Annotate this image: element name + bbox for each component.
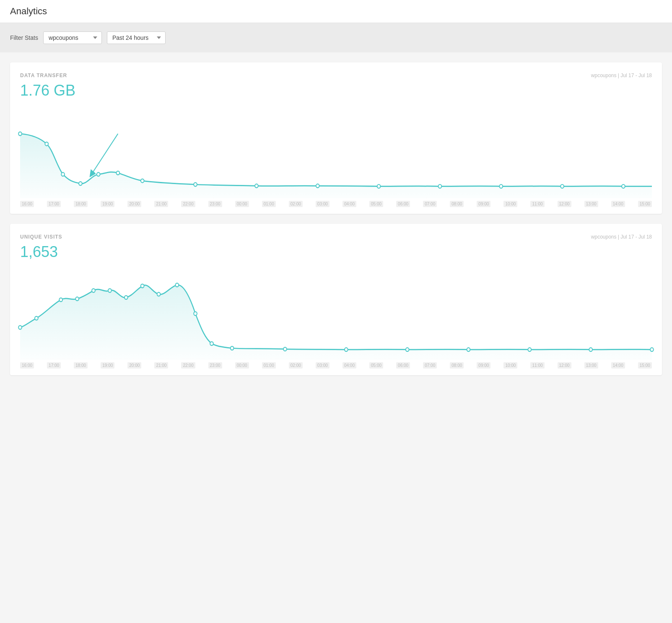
tick: 19:00 <box>101 201 114 207</box>
svg-point-23 <box>141 284 144 288</box>
site-filter-select[interactable]: wpcoupons <box>43 31 102 44</box>
tick: 20:00 <box>127 362 141 369</box>
tick: 21:00 <box>154 201 168 207</box>
svg-point-24 <box>157 292 161 296</box>
svg-point-2 <box>61 172 65 176</box>
tick: 05:00 <box>369 362 383 369</box>
tick: 22:00 <box>181 362 195 369</box>
tick: 15:00 <box>638 201 652 207</box>
tick: 05:00 <box>369 201 383 207</box>
tick: 03:00 <box>316 201 330 207</box>
tick: 18:00 <box>74 201 88 207</box>
tick: 01:00 <box>262 362 276 369</box>
svg-point-10 <box>377 184 381 188</box>
tick: 19:00 <box>101 362 114 369</box>
tick: 23:00 <box>208 362 222 369</box>
svg-point-20 <box>92 289 95 293</box>
tick: 17:00 <box>47 201 61 207</box>
chart-header: UNIQUE VISITS wpcoupons | Jul 17 - Jul 1… <box>20 234 652 240</box>
tick: 09:00 <box>477 201 490 207</box>
tick: 06:00 <box>396 201 410 207</box>
tick: 21:00 <box>154 362 168 369</box>
svg-point-11 <box>438 184 442 188</box>
tick: 02:00 <box>289 201 303 207</box>
svg-line-15 <box>91 134 118 174</box>
tick: 14:00 <box>611 201 625 207</box>
data-transfer-label: DATA TRANSFER <box>20 73 67 78</box>
data-transfer-value: 1.76 GB <box>20 82 652 99</box>
svg-point-21 <box>108 289 112 293</box>
data-transfer-card: DATA TRANSFER wpcoupons | Jul 17 - Jul 1… <box>10 62 662 214</box>
data-transfer-chart <box>20 106 652 198</box>
svg-point-9 <box>316 184 319 188</box>
svg-point-1 <box>45 142 48 146</box>
tick: 09:00 <box>477 362 490 369</box>
tick: 13:00 <box>584 362 598 369</box>
tick: 23:00 <box>208 201 222 207</box>
tick: 10:00 <box>503 201 517 207</box>
svg-point-17 <box>35 317 38 320</box>
arrow-annotation <box>91 134 118 174</box>
tick: 18:00 <box>74 362 88 369</box>
tick: 14:00 <box>611 362 625 369</box>
unique-visits-label: UNIQUE VISITS <box>20 234 62 240</box>
svg-point-28 <box>231 346 234 350</box>
unique-visits-chart <box>20 267 652 360</box>
svg-point-29 <box>283 347 287 351</box>
unique-visits-svg <box>20 267 652 360</box>
page-title: Analytics <box>10 6 662 17</box>
tick: 13:00 <box>584 201 598 207</box>
time-filter-select[interactable]: Past 24 hours Past 7 days Past 30 days <box>107 31 166 44</box>
filter-label: Filter Stats <box>10 34 38 41</box>
svg-point-16 <box>18 326 22 330</box>
tick: 11:00 <box>530 362 544 369</box>
tick: 00:00 <box>235 362 249 369</box>
svg-point-35 <box>650 348 654 351</box>
tick: 08:00 <box>450 362 464 369</box>
tick: 11:00 <box>530 201 544 207</box>
svg-point-6 <box>141 179 144 183</box>
tick: 20:00 <box>127 201 141 207</box>
svg-point-5 <box>116 171 119 175</box>
tick: 07:00 <box>423 362 437 369</box>
tick: 08:00 <box>450 201 464 207</box>
tick: 00:00 <box>235 201 249 207</box>
tick: 15:00 <box>638 362 652 369</box>
svg-point-3 <box>79 182 82 185</box>
svg-point-33 <box>528 348 531 351</box>
chart-header: DATA TRANSFER wpcoupons | Jul 17 - Jul 1… <box>20 73 652 78</box>
unique-visits-card: UNIQUE VISITS wpcoupons | Jul 17 - Jul 1… <box>10 224 662 375</box>
filter-bar: Filter Stats wpcoupons Past 24 hours Pas… <box>0 23 672 52</box>
svg-point-25 <box>175 283 179 287</box>
tick: 04:00 <box>342 362 356 369</box>
svg-point-7 <box>194 183 197 187</box>
tick: 04:00 <box>342 201 356 207</box>
tick: 06:00 <box>396 362 410 369</box>
unique-visits-time-axis: 16:00 17:00 18:00 19:00 20:00 21:00 22:0… <box>20 360 652 375</box>
data-transfer-time-axis: 16:00 17:00 18:00 19:00 20:00 21:00 22:0… <box>20 198 652 214</box>
tick: 07:00 <box>423 201 437 207</box>
svg-point-26 <box>194 312 197 316</box>
unique-visits-meta: wpcoupons | Jul 17 - Jul 18 <box>591 234 652 240</box>
tick: 03:00 <box>316 362 330 369</box>
svg-point-31 <box>406 348 409 351</box>
svg-point-4 <box>97 172 100 176</box>
svg-point-14 <box>622 184 625 188</box>
data-transfer-svg <box>20 106 652 198</box>
tick: 22:00 <box>181 201 195 207</box>
svg-point-0 <box>18 132 22 136</box>
svg-point-19 <box>75 297 79 301</box>
data-transfer-meta: wpcoupons | Jul 17 - Jul 18 <box>591 73 652 78</box>
svg-point-8 <box>255 184 258 188</box>
svg-point-32 <box>467 348 470 351</box>
svg-point-18 <box>59 298 62 302</box>
svg-point-12 <box>499 184 503 188</box>
tick: 10:00 <box>503 362 517 369</box>
tick: 16:00 <box>20 362 34 369</box>
tick: 17:00 <box>47 362 61 369</box>
tick: 16:00 <box>20 201 34 207</box>
unique-visits-value: 1,653 <box>20 243 652 261</box>
tick: 02:00 <box>289 362 303 369</box>
page-header: Analytics <box>0 0 672 23</box>
charts-container: DATA TRANSFER wpcoupons | Jul 17 - Jul 1… <box>0 52 672 385</box>
